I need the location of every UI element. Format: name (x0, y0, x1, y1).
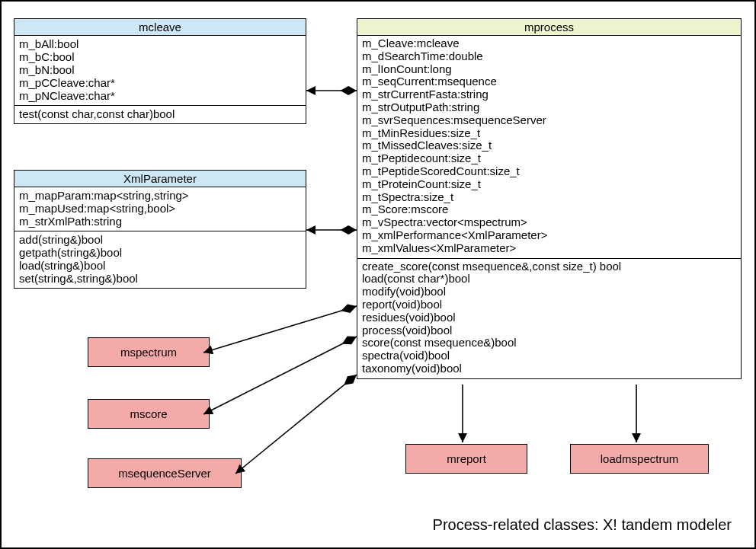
class-title: mprocess (357, 19, 741, 36)
attr: m_svrSequences:msequenceServer (362, 114, 736, 127)
class-mreport: mreport (405, 444, 527, 474)
op: taxonomy(void)bool (362, 362, 736, 375)
op: modify(void)bool (362, 286, 736, 298)
class-msequenceserver: msequenceServer (88, 458, 242, 488)
attr: m_xmlPerformance<XmlParameter> (362, 229, 736, 242)
op: load(string&)bool (19, 259, 301, 272)
op: add(string&)bool (19, 233, 301, 246)
assoc-mprocess-mspectrum (203, 306, 357, 353)
class-operations: create_score(const msequence&,const size… (357, 259, 741, 378)
op: test(const char,const char)bool (19, 107, 301, 120)
attr: m_tMinResidues:size_t (362, 127, 736, 140)
op: create_score(const msequence&,const size… (362, 260, 736, 273)
attr: m_tSpectra:size_t (362, 191, 736, 204)
op: residues(void)bool (362, 311, 736, 324)
op: load(const char*)bool (362, 273, 736, 286)
attr: m_strCurrentFasta:string (362, 88, 736, 101)
op: spectra(void)bool (362, 350, 736, 362)
attr: m_strXmlPath:string (19, 215, 301, 228)
op: score(const msequence&)bool (362, 337, 736, 350)
class-title: XmlParameter (14, 171, 306, 187)
attr: m_tPeptidecount:size_t (362, 152, 736, 165)
assoc-mprocess-msequenceserver (235, 375, 357, 474)
attr: m_vSpectra:vector<mspectrum> (362, 216, 736, 229)
op: process(void)bool (362, 324, 736, 337)
op: getpath(string&)bool (19, 246, 301, 259)
assoc-mprocess-mscore (203, 337, 357, 414)
class-mcleave: mcleave m_bAll:bool m_bC:bool m_bN:bool … (14, 18, 306, 124)
attr: m_Cleave:mcleave (362, 37, 736, 50)
op: set(string&,string&)bool (19, 272, 301, 285)
attr: m_bN:bool (19, 63, 301, 76)
attr: m_bAll:bool (19, 37, 301, 50)
attr: m_lIonCount:long (362, 63, 736, 76)
attr: m_tMissedCleaves:size_t (362, 139, 736, 152)
class-operations: test(const char,const char)bool (14, 106, 306, 123)
attr: m_Score:mscore (362, 203, 736, 216)
diagram-frame: mcleave m_bAll:bool m_bC:bool m_bN:bool … (0, 0, 756, 549)
class-mprocess: mprocess m_Cleave:mcleave m_dSearchTime:… (357, 18, 742, 379)
attr: m_xmlValues<XmlParameter> (362, 242, 736, 255)
attr: m_seqCurrent:msequence (362, 75, 736, 88)
class-mspectrum: mspectrum (88, 337, 210, 367)
attr: m_pCCleave:char* (19, 76, 301, 89)
class-attributes: m_bAll:bool m_bC:bool m_bN:bool m_pCClea… (14, 36, 306, 106)
attr: m_tProteinCount:size_t (362, 178, 736, 191)
class-title: mcleave (14, 19, 306, 36)
attr: m_pNCleave:char* (19, 89, 301, 102)
attr: m_tPeptideScoredCount:size_t (362, 165, 736, 178)
class-xmlparameter: XmlParameter m_mapParam:map<string,strin… (14, 170, 306, 289)
class-attributes: m_mapParam:map<string,string> m_mapUsed:… (14, 187, 306, 231)
op: report(void)bool (362, 298, 736, 311)
class-operations: add(string&)bool getpath(string&)bool lo… (14, 231, 306, 288)
class-mscore: mscore (88, 399, 210, 429)
attr: m_strOutputPath:string (362, 101, 736, 114)
attr: m_mapParam:map<string,string> (19, 189, 301, 202)
attr: m_dSearchTime:double (362, 50, 736, 63)
attr: m_bC:bool (19, 50, 301, 63)
class-attributes: m_Cleave:mcleave m_dSearchTime:double m_… (357, 36, 741, 259)
attr: m_mapUsed:map<string,bool> (19, 202, 301, 215)
diagram-caption: Process-related classes: X! tandem model… (433, 516, 732, 534)
class-loadmspectrum: loadmspectrum (570, 444, 709, 474)
